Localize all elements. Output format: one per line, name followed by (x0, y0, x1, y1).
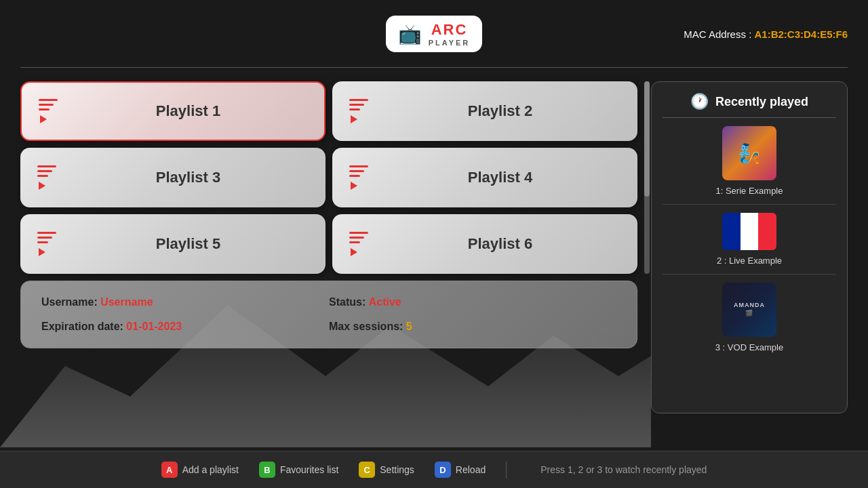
recently-item-1[interactable]: 🧞 1: Serie Example (663, 126, 836, 205)
playlist-name-2: Playlist 2 (380, 102, 620, 120)
footer-btn-d[interactable]: D Reload (435, 462, 486, 478)
badge-d: D (435, 462, 451, 478)
expiry-row: Expiration date: 01-01-2023 (41, 321, 329, 333)
recently-thumb-2 (722, 213, 776, 250)
footer-btn-b[interactable]: B Favourites list (259, 462, 338, 478)
playlist-name-4: Playlist 4 (380, 169, 620, 186)
mac-value: A1:B2:C3:D4:E5:F6 (754, 28, 848, 40)
badge-b: B (259, 462, 275, 478)
footer-btn-c[interactable]: C Settings (359, 462, 414, 478)
header: 📺 ARC PLAYER MAC Address : A1:B2:C3:D4:E… (0, 0, 868, 68)
logo-arc: ARC (431, 21, 468, 39)
sessions-row: Max sessions: 5 (329, 321, 616, 333)
sessions-value: 5 (406, 321, 412, 332)
badge-a: A (161, 462, 178, 478)
footer-label-d: Reload (456, 464, 486, 475)
playlist-icon-2 (349, 99, 370, 123)
recently-item-2[interactable]: 2 : Live Example (663, 213, 836, 274)
status-value: Active (369, 296, 401, 308)
status-label: Status: (329, 296, 366, 308)
recently-played-panel: 🕐 Recently played 🧞 1: Serie Example 2 :… (651, 81, 848, 413)
recently-label-3: 3 : VOD Example (715, 342, 783, 352)
playlist-icon-6 (349, 232, 370, 256)
playlist-icon-3 (37, 165, 58, 190)
footer-label-b: Favourites list (280, 464, 338, 475)
username-label: Username: (41, 296, 98, 308)
recently-item-3[interactable]: AMANDA🎬 3 : VOD Example (663, 283, 836, 361)
scrollbar-thumb (644, 81, 650, 197)
logo-player: PLAYER (429, 39, 471, 47)
footer-btn-a[interactable]: A Add a playlist (161, 462, 239, 478)
playlists-area: Playlist 1 Playlist 2 Playlist 3 (20, 81, 637, 413)
status-row: Status: Active (329, 296, 616, 308)
badge-c: C (359, 462, 375, 478)
playlist-button-1[interactable]: Playlist 1 (20, 81, 326, 141)
recently-thumb-3: AMANDA🎬 (722, 283, 776, 337)
footer-hint: Press 1, 2 or 3 to watch recently played (540, 464, 707, 475)
playlist-button-5[interactable]: Playlist 5 (20, 214, 326, 274)
playlist-name-3: Playlist 3 (68, 169, 309, 186)
scrollbar-track[interactable] (644, 81, 650, 274)
footer-label-c: Settings (380, 464, 414, 475)
logo-text: ARC PLAYER (429, 21, 471, 47)
playlist-name-1: Playlist 1 (69, 102, 307, 120)
playlist-button-4[interactable]: Playlist 4 (332, 148, 637, 207)
recently-title: Recently played (715, 95, 808, 109)
playlist-name-5: Playlist 5 (68, 235, 309, 253)
sessions-label: Max sessions: (329, 321, 403, 332)
main-content: Playlist 1 Playlist 2 Playlist 3 (0, 68, 868, 427)
footer-label-a: Add a playlist (182, 464, 239, 475)
playlists-grid: Playlist 1 Playlist 2 Playlist 3 (20, 81, 637, 274)
mac-address: MAC Address : A1:B2:C3:D4:E5:F6 (684, 28, 848, 40)
recently-thumb-1: 🧞 (722, 126, 776, 180)
footer: A Add a playlist B Favourites list C Set… (0, 451, 868, 488)
playlist-icon-4 (349, 165, 370, 190)
username-value: Username (100, 296, 153, 308)
playlist-button-6[interactable]: Playlist 6 (332, 214, 637, 274)
recently-label-2: 2 : Live Example (717, 256, 782, 266)
expiry-value: 01-01-2023 (126, 321, 182, 332)
playlist-name-6: Playlist 6 (380, 235, 620, 253)
playlist-button-2[interactable]: Playlist 2 (332, 81, 637, 141)
logo: 📺 ARC PLAYER (386, 16, 483, 52)
playlist-icon-5 (37, 232, 58, 256)
logo-icon: 📺 (398, 23, 422, 45)
recently-label-1: 1: Serie Example (716, 186, 783, 196)
recently-header: 🕐 Recently played (663, 93, 836, 118)
footer-separator (506, 462, 507, 479)
username-row: Username: Username (41, 296, 329, 308)
playlist-button-3[interactable]: Playlist 3 (20, 148, 326, 207)
expiry-label: Expiration date: (41, 321, 123, 332)
playlist-icon-1 (39, 99, 59, 123)
info-box: Username: Username Status: Active Expira… (20, 281, 637, 348)
clock-icon: 🕐 (690, 93, 709, 110)
